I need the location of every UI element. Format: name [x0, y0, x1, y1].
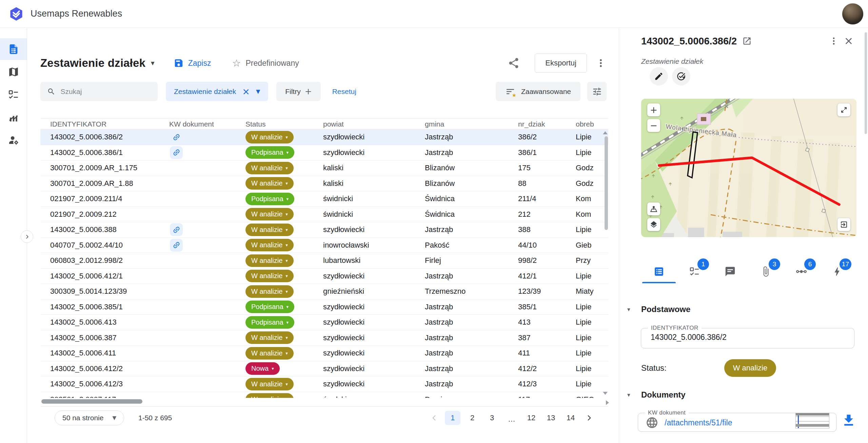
table-row[interactable]: 143002_5.0006.386/2 W analizie ▾: [40, 130, 608, 145]
map-expand-button[interactable]: [837, 103, 850, 116]
tab-details[interactable]: [641, 259, 677, 283]
panel-scrollbar[interactable]: [865, 32, 867, 134]
panel-status-badge[interactable]: W analizie: [724, 359, 776, 377]
status-pill[interactable]: Podpisana ▾: [245, 193, 294, 205]
column-header-gmina[interactable]: gmina: [425, 120, 518, 128]
table-row[interactable]: 143002_5.0006.413 Podpisana ▾ szydłowiec…: [40, 315, 608, 330]
table-row[interactable]: 300701_2.0009.AR_1.175 W analizie ▾ kali…: [40, 160, 608, 176]
table-row[interactable]: 143002_5.0006.385/1 Podpisana ▾ szydłowi…: [40, 300, 608, 315]
column-settings-button[interactable]: [587, 82, 607, 101]
table-row[interactable]: 060803_2.0012.998/2 W analizie ▾ lubarto…: [40, 253, 608, 269]
status-pill[interactable]: W analizie ▾: [245, 239, 294, 251]
status-pill[interactable]: Podpisana ▾: [245, 316, 294, 329]
tab-activity[interactable]: 17: [819, 259, 855, 283]
page-button[interactable]: 1: [445, 411, 460, 425]
column-header-kw-dokument[interactable]: KW dokument: [169, 120, 245, 128]
page-button[interactable]: 2: [465, 411, 480, 425]
status-pill[interactable]: W analizie ▾: [245, 378, 294, 390]
status-pill[interactable]: W analizie ▾: [245, 162, 294, 174]
status-pill[interactable]: W analizie ▾: [245, 131, 294, 143]
download-button[interactable]: [841, 413, 856, 428]
page-button[interactable]: …: [504, 411, 519, 425]
status-pill[interactable]: Podpisana ▾: [245, 146, 294, 159]
edit-button[interactable]: [650, 67, 668, 85]
active-view-chip[interactable]: Zestawienie działek × ▼: [166, 82, 268, 101]
table-row[interactable]: 021907_2.0009.212 W analizie ▾ świdnicki…: [40, 207, 608, 223]
chip-close-icon[interactable]: ×: [242, 87, 250, 96]
sidebar-item-documents[interactable]: [0, 38, 27, 60]
map-layers-button[interactable]: [647, 218, 660, 231]
column-header-identyfikator[interactable]: IDENTYFIKATOR: [40, 120, 169, 128]
column-header-obreb[interactable]: obreb: [576, 120, 608, 128]
map-locate-parcel-button[interactable]: [647, 203, 660, 215]
map-open-full-button[interactable]: [837, 218, 850, 231]
table-scroll-right-arrow[interactable]: [606, 400, 609, 405]
sidebar-item-user-settings[interactable]: [0, 129, 27, 151]
kw-link-icon[interactable]: [170, 239, 183, 252]
table-vertical-scrollbar[interactable]: [605, 136, 608, 230]
status-pill[interactable]: W analizie ▾: [245, 270, 294, 282]
table-row[interactable]: 143002_5.0006.412/2 Nowa ▾ szydłowiecki …: [40, 361, 608, 377]
table-row[interactable]: 143002_5.0006.411 W analizie ▾ szydłowie…: [40, 346, 608, 361]
next-page-button[interactable]: [583, 411, 596, 425]
chip-caret-icon[interactable]: ▼: [256, 88, 260, 95]
parcel-map[interactable]: Wola Lipieniecka Mała + −: [641, 99, 856, 237]
sidebar-item-tasks[interactable]: [0, 84, 27, 105]
export-button[interactable]: Eksportuj: [535, 54, 587, 73]
prev-page-button[interactable]: [427, 411, 441, 425]
per-page-select[interactable]: 50 na stronie ▼: [55, 410, 124, 425]
search-input-wrapper[interactable]: [40, 82, 158, 101]
kw-link-icon[interactable]: [170, 146, 183, 159]
panel-more-button[interactable]: [828, 35, 840, 47]
table-row[interactable]: 143002_5.0006.412/3 W analizie ▾ szydłow…: [40, 377, 608, 392]
tab-comments[interactable]: [712, 259, 748, 283]
sidebar-item-map[interactable]: [0, 61, 27, 83]
document-thumbnail[interactable]: [795, 413, 829, 428]
table-horizontal-scrollbar[interactable]: [41, 399, 142, 404]
table-row[interactable]: 300309_5.0014.123/39 W analizie ▾ gnieźn…: [40, 284, 608, 300]
page-button[interactable]: 14: [563, 411, 578, 425]
sidebar-expand-button[interactable]: [21, 230, 33, 243]
identifier-field[interactable]: IDENTYFIKATOR 143002_5.0006.386/2: [641, 325, 854, 348]
column-header-status[interactable]: Status: [245, 120, 323, 128]
page-button[interactable]: 12: [524, 411, 539, 425]
status-pill[interactable]: W analizie ▾: [245, 177, 294, 190]
section-documents-header[interactable]: ▾ Dokumenty: [627, 389, 686, 401]
reset-button[interactable]: Resetuj: [332, 88, 356, 96]
status-pill[interactable]: W analizie ▾: [245, 254, 294, 267]
attachment-link[interactable]: /attachments/51/file: [665, 418, 732, 427]
open-in-new-icon[interactable]: [742, 36, 752, 46]
table-row[interactable]: 143002_5.0006.386/1 Podpisana ▾: [40, 145, 608, 161]
kw-link-icon[interactable]: [170, 131, 183, 143]
table-scroll-up-arrow[interactable]: [603, 131, 608, 134]
add-task-button[interactable]: [672, 67, 690, 85]
status-pill[interactable]: W analizie ▾: [245, 393, 294, 398]
section-basic-header[interactable]: ▾ Podstawowe: [627, 304, 690, 315]
status-pill[interactable]: W analizie ▾: [245, 347, 294, 360]
more-options-button[interactable]: [595, 57, 607, 69]
tab-relations[interactable]: 6: [784, 259, 819, 283]
share-button[interactable]: [508, 57, 520, 69]
map-zoom-in-button[interactable]: +: [647, 103, 660, 116]
sidebar-item-analytics[interactable]: [0, 107, 27, 128]
status-pill[interactable]: W analizie ▾: [245, 224, 294, 236]
status-pill[interactable]: W analizie ▾: [245, 208, 294, 220]
table-row[interactable]: 040707_5.0002.44/10 W analizie ▾: [40, 238, 608, 253]
table-row[interactable]: 143002_5.0006.388 W analizie ▾: [40, 222, 608, 238]
filters-button[interactable]: Filtry +: [276, 82, 320, 101]
table-row[interactable]: 143002_5.0006.387 W analizie ▾ szydłowie…: [40, 330, 608, 346]
status-pill[interactable]: Nowa ▾: [245, 362, 280, 375]
kw-link-icon[interactable]: [170, 223, 183, 236]
save-button[interactable]: Zapisz: [174, 58, 211, 68]
page-button[interactable]: 13: [543, 411, 559, 425]
status-pill[interactable]: Podpisana ▾: [245, 301, 294, 313]
advanced-button[interactable]: ★ Zaawansowane: [496, 82, 580, 101]
column-header-nr-dziak[interactable]: nr_dziak: [518, 120, 576, 128]
status-pill[interactable]: W analizie ▾: [245, 285, 294, 298]
column-header-powiat[interactable]: powiat: [323, 120, 425, 128]
status-pill[interactable]: W analizie ▾: [245, 331, 294, 344]
search-input[interactable]: [60, 88, 151, 96]
page-button[interactable]: 3: [484, 411, 500, 425]
table-row[interactable]: 302501_2.0007.117 W analizie ▾ średzki D…: [40, 392, 608, 398]
user-avatar[interactable]: [842, 3, 863, 24]
